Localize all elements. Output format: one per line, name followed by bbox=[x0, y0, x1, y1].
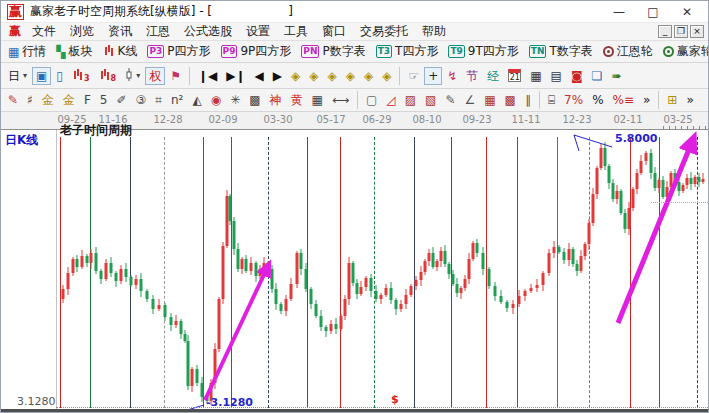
p-square-button[interactable]: P3P四方形 bbox=[143, 41, 214, 62]
kline-8-button[interactable]: 8 bbox=[95, 66, 121, 86]
grid-box-button[interactable]: ▦ bbox=[308, 91, 327, 109]
huang-tool-button[interactable]: 黄 bbox=[287, 91, 307, 109]
t-square-button[interactable]: T3T四方形 bbox=[372, 41, 443, 62]
parallel-lines-button[interactable]: ∥ bbox=[521, 91, 535, 109]
p-number-table-button[interactable]: PNP数字表 bbox=[297, 41, 369, 62]
gann-time-line bbox=[659, 137, 660, 408]
width-measure-button[interactable]: ⟷ bbox=[328, 91, 353, 109]
star-wheel-button[interactable]: ✳ bbox=[226, 91, 244, 109]
time-marks-button[interactable]: ♯ bbox=[23, 91, 37, 109]
dense-grid-button[interactable]: ▩ bbox=[245, 91, 264, 109]
menu-item-设置[interactable]: 设置 bbox=[239, 24, 277, 38]
gann-diamond-5-button[interactable]: ◈ bbox=[360, 67, 377, 85]
nav-last-button[interactable]: ▶❙ bbox=[222, 67, 249, 85]
grid-marks-button[interactable]: ⌗ bbox=[151, 91, 166, 109]
panel-more-button[interactable]: » bbox=[682, 91, 697, 109]
icon-toolbar: 日▾▣▯38▾权⚑❙◀▶❙◀▶◈◈◈◈◈◈☞+↯节经21▦▤◙❏➠ bbox=[1, 63, 709, 89]
draw-more-button[interactable]: » bbox=[639, 91, 654, 109]
t-number-table-button[interactable]: TNT数字表 bbox=[525, 41, 597, 62]
scale-bars-button[interactable]: ⌸ bbox=[544, 91, 559, 109]
maximize-button[interactable]: □ bbox=[636, 1, 670, 22]
candlestick-icon bbox=[103, 44, 115, 60]
exrights-button[interactable]: 权 bbox=[145, 67, 165, 85]
spiral-button[interactable]: ◉ bbox=[207, 91, 225, 109]
calendar-button[interactable]: 21 bbox=[504, 67, 525, 84]
pencil-lines-button[interactable]: ✎ bbox=[441, 91, 459, 109]
info-panel-button[interactable]: ▯ bbox=[52, 67, 67, 85]
gann-diamond-6-button[interactable]: ◈ bbox=[378, 67, 395, 85]
menu-item-交易委托[interactable]: 交易委托 bbox=[353, 24, 415, 38]
menu-item-窗口[interactable]: 窗口 bbox=[315, 24, 353, 38]
mdi-minimize-button[interactable]: _ bbox=[658, 25, 672, 38]
nav-prev-button[interactable]: ◀ bbox=[251, 67, 268, 85]
menu-item-江恩[interactable]: 江恩 bbox=[139, 24, 177, 38]
nav-next-button[interactable]: ▶ bbox=[269, 67, 286, 85]
kline-8-icon: 8 bbox=[99, 68, 117, 84]
mdi-restore-button[interactable]: ❐ bbox=[674, 25, 688, 38]
9p-square-button[interactable]: P99P四方形 bbox=[217, 41, 296, 62]
high-price-annotation: 5.8000 bbox=[615, 132, 657, 145]
fibonacci-f-button[interactable]: F bbox=[80, 91, 95, 109]
hand-tool-button[interactable]: ☞ bbox=[404, 67, 423, 85]
gold-ratio-2-button[interactable]: 金 bbox=[59, 91, 79, 109]
cycle-3-button[interactable]: ③ bbox=[131, 91, 150, 109]
report-pad-button[interactable]: ▤ bbox=[547, 67, 566, 85]
spiral-5-button[interactable]: 5 bbox=[96, 91, 112, 109]
fan-box-button[interactable]: ▨ bbox=[401, 91, 420, 109]
save-button[interactable]: ◙ bbox=[567, 67, 587, 85]
close-button[interactable]: ✕ bbox=[670, 1, 704, 22]
export-button[interactable]: ➠ bbox=[607, 67, 625, 85]
a-pointer-button[interactable]: ◭ bbox=[188, 91, 205, 109]
menu-item-公式选股[interactable]: 公式选股 bbox=[177, 24, 239, 38]
gann-wheel-button[interactable]: 江恩轮 bbox=[599, 41, 657, 62]
panel-more-icon: » bbox=[686, 93, 693, 107]
rect-tool-button[interactable]: ▢ bbox=[362, 91, 381, 109]
sectors-button[interactable]: ▚板块 bbox=[52, 41, 96, 62]
gann-diamond-4-button[interactable]: ◈ bbox=[342, 67, 359, 85]
fan-box-2-button[interactable]: ▧ bbox=[421, 91, 440, 109]
menu-item-帮助[interactable]: 帮助 bbox=[415, 24, 453, 38]
mdi-window-controls: _ ❐ × bbox=[658, 25, 704, 38]
shen-tool-button[interactable]: 神 bbox=[266, 91, 286, 109]
9t-square-button[interactable]: T99T四方形 bbox=[444, 41, 522, 62]
percent-retrace-button[interactable]: 7% bbox=[560, 91, 587, 109]
cycle-3-icon: ③ bbox=[135, 93, 146, 107]
save-as-button[interactable]: ❏ bbox=[588, 67, 607, 85]
menu-item-浏览[interactable]: 浏览 bbox=[63, 24, 101, 38]
n-square-button[interactable]: n² bbox=[167, 91, 187, 109]
calculator-button[interactable]: ▦ bbox=[526, 67, 545, 85]
minimize-button[interactable]: — bbox=[602, 1, 636, 22]
mdi-close-button[interactable]: × bbox=[690, 25, 704, 38]
kline-3-button[interactable]: 3 bbox=[68, 66, 94, 86]
winner-wheel-button[interactable]: 赢家轮 bbox=[659, 41, 709, 62]
gann-diamond-2-button[interactable]: ◈ bbox=[305, 67, 322, 85]
gann-diamond-3-button[interactable]: ◈ bbox=[323, 67, 340, 85]
trend-pointer-button[interactable]: ↯ bbox=[443, 67, 461, 85]
layout-grid-button[interactable]: ▣ bbox=[32, 67, 51, 85]
angle-pen-button[interactable]: ✐ bbox=[112, 91, 130, 109]
menu-item-工具[interactable]: 工具 bbox=[277, 24, 315, 38]
chart-plot-area[interactable] bbox=[1, 130, 709, 409]
period-day-button[interactable]: 日▾ bbox=[4, 67, 31, 85]
gann-jing-button[interactable]: 经 bbox=[483, 67, 503, 85]
menu-item-资讯[interactable]: 资讯 bbox=[101, 24, 139, 38]
gann-diamond-1-button[interactable]: ◈ bbox=[287, 67, 304, 85]
gold-ratio-1-button[interactable]: 金 bbox=[38, 91, 58, 109]
quotes-button[interactable]: ▦行情 bbox=[4, 41, 50, 62]
percent-button[interactable]: % bbox=[588, 91, 607, 109]
percent-lines-button[interactable]: %≡ bbox=[609, 91, 638, 109]
grid-2-button[interactable]: ▦ bbox=[480, 91, 499, 109]
solar-terms-button[interactable]: 节 bbox=[462, 67, 482, 85]
horizontal-scrollbar[interactable] bbox=[1, 409, 709, 413]
kline-button[interactable]: K线 bbox=[99, 41, 142, 62]
crosshair-tool-button[interactable]: + bbox=[424, 67, 442, 85]
grid-3-button[interactable]: ▩ bbox=[501, 91, 520, 109]
volume-profile-button[interactable]: ⚑ bbox=[166, 67, 185, 85]
menu-item-文件[interactable]: 文件 bbox=[25, 24, 63, 38]
brush-button[interactable]: ✎ bbox=[4, 91, 22, 109]
zigzag-lines-button[interactable]: ∠ bbox=[460, 91, 479, 109]
nav-first-button[interactable]: ❙◀ bbox=[194, 67, 221, 85]
gann-fan-button[interactable]: ◿ bbox=[382, 91, 399, 109]
panel-grid-button[interactable]: ⊞ bbox=[663, 91, 681, 109]
candle-style-button[interactable]: ▾ bbox=[121, 66, 144, 86]
